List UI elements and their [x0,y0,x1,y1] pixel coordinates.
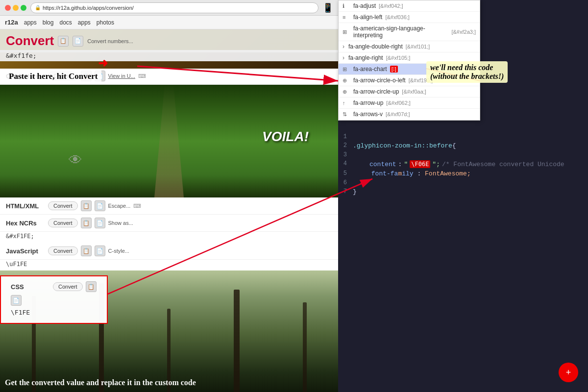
cstyle-link[interactable]: C-style... [108,248,129,254]
eye-icon: 👁 [69,152,82,168]
fa-arrow-circle-o-left-icon: ⊕ [343,77,350,84]
font-family-property-3: ily [402,170,413,177]
javascript-copy-btn[interactable]: 📋 [81,245,92,256]
css-label: CSS [11,283,50,291]
code-line-7: 7 } [338,187,588,196]
code-editor: 1 2 .glyphicon-zoom-in::before{ 3 4 cont… [338,127,588,392]
keyboard-icon-1: ⌨ [138,73,146,79]
content-close-quote: "; [432,161,440,168]
dropdown-fa-arrow-circle-up[interactable]: ⊕ fa-arrow-circle-up [&#xf0aa;] [339,86,480,98]
voila-text: VOILA! [262,129,309,145]
fa-arrow-up-icon: ↑ [343,100,350,106]
font-family-property: font-fa [371,170,398,177]
showas-link[interactable]: Show as... [108,220,133,226]
htmlxml-copy-btn[interactable]: 📋 [81,200,92,211]
dropdown-fa-arrow-up[interactable]: ↑ fa-arrow-up [&#xf062;] [339,98,480,109]
content-value: " [404,161,408,168]
nav-apps2[interactable]: apps [78,19,91,26]
code-line-5: 5 font-family : FontAwesome; [338,169,588,178]
fa-arrows-v-icon: ⇅ [343,111,350,118]
we-need-annotation: we'll need this code (without the bracke… [426,61,508,83]
dropdown-fa-angle-double-right[interactable]: › fa-angle-double-right [&#xf101;] [339,41,480,52]
fab-button[interactable]: + [559,363,578,382]
htmlxml-info-btn[interactable]: 📄 [95,200,105,211]
info-header-btn[interactable]: 📄 [73,36,83,47]
fa-area-chart-code-highlight: [] [390,66,398,73]
fa-arrows-v-name: fa-arrows-v [353,111,383,118]
css-section-highlight: CSS Convert 📋 📄 \F1FE [0,275,108,324]
nav-apps[interactable]: apps [24,19,37,26]
nav-blog[interactable]: blog [43,19,54,26]
hero-image-top: Convert 📋 📄 Convert numbers... &#xf1fe; … [0,29,338,69]
copy-header-btn[interactable]: 📋 [58,36,69,47]
javascript-section-row: JavaScript Convert 📋 📄 C-style... [0,243,338,260]
open-brace-1: { [452,142,456,149]
fa-asl-code: [&#xf2a3;] [451,29,476,35]
fa-angle-double-right-code: [&#xf101;] [406,44,430,49]
dropdown-fa-arrows-v[interactable]: ⇅ fa-arrows-v [&#xf07d;] [339,109,480,120]
hexncrs-value: &#xF1FE; [6,233,34,240]
nav-logo: r12a [5,19,18,26]
javascript-info-btn[interactable]: 📄 [95,245,105,256]
fa-align-left-code: [&#xf036;] [385,14,410,20]
hexncrs-value-row: &#xF1FE; [0,232,338,243]
view-in-u-link[interactable]: View in U... [108,73,135,79]
chevron-right-2: › [343,54,344,61]
fa-angle-right-code: [&#xf105;] [386,55,411,61]
line-num-2: 2 [338,142,353,149]
javascript-label: JavaScript [6,247,45,255]
css-selector: .glyphicon-zoom-in::before [353,142,452,149]
hexncrs-copy-btn[interactable]: 📋 [81,218,92,228]
font-family-value: FontAwesome; [425,170,471,177]
hexncrs-info-btn[interactable]: 📄 [95,218,105,228]
keyboard-icon-2: ⌨ [133,203,141,209]
code-line-6: 6 [338,178,588,187]
comment-1: /* FontAwesome converted Unicode [442,161,564,168]
htmlxml-convert-btn[interactable]: Convert [48,201,78,210]
css-convert-btn[interactable]: Convert [53,282,83,291]
javascript-value: \uF1FE [6,261,27,268]
content-property: content [369,161,396,168]
css-value: \F1FE [7,308,101,320]
dropdown-fa-asl[interactable]: ⊞ fa-american-sign-language-interpreting… [339,23,480,41]
url-text: https://r12a.github.io/apps/conversion/ [43,5,134,11]
hex-input-value[interactable]: &#xf1fe; [6,52,37,59]
mobile-icon: 📱 [322,2,333,13]
escape-link[interactable]: Escape... [108,203,131,209]
nav-photos[interactable]: photos [97,19,114,26]
minimize-window-btn[interactable] [13,5,19,11]
f06e-highlight: \F06E [410,160,430,168]
javascript-convert-btn[interactable]: Convert [48,246,78,255]
park-image: VOILA! 👁 [0,85,338,197]
close-window-btn[interactable] [5,5,11,11]
fa-arrow-circle-o-left-name: fa-arrow-circle-o-left [353,77,406,84]
code-line-3: 3 [338,150,588,159]
paste-instruction: Paste it here, hit Convert [5,69,101,84]
line-num-1: 1 [338,133,353,140]
fa-align-left-icon: ≡ [343,14,350,20]
main-title: Convert [6,33,54,49]
browser-bar: 🔒 https://r12a.github.io/apps/conversion… [0,0,338,16]
colon-1: : [398,161,402,168]
fa-arrow-circle-up-name: fa-arrow-circle-up [353,88,399,95]
code-line-2: 2 .glyphicon-zoom-in::before{ [338,141,588,150]
fa-adjust-name: fa-adjust [353,2,376,9]
dropdown-panel: ℹ fa-adjust [&#xf042;] ≡ fa-align-left [… [338,0,480,121]
hexncrs-convert-btn[interactable]: Convert [48,219,78,227]
fa-align-left-name: fa-align-left [353,14,382,21]
chevron-right-1: › [343,43,344,50]
dropdown-fa-adjust[interactable]: ℹ fa-adjust [&#xf042;] [339,0,480,12]
header-subtitle: Convert numbers... [87,38,133,44]
line-num-7: 7 [338,188,353,195]
line-num-5: 5 [338,170,353,177]
css-copy-btn[interactable]: 📋 [86,281,97,292]
fa-area-chart-icon: ⊞ [343,66,350,73]
css-info-btn[interactable]: 📄 [11,295,22,306]
line-num-3: 3 [338,151,353,158]
maximize-window-btn[interactable] [21,5,26,11]
address-bar[interactable]: 🔒 https://r12a.github.io/apps/conversion… [30,2,318,13]
nav-docs[interactable]: docs [59,19,72,26]
colon-2: : [417,170,425,177]
dropdown-fa-align-left[interactable]: ≡ fa-align-left [&#xf036;] [339,12,480,23]
fa-arrow-circle-up-code: [&#xf0aa;] [402,89,426,95]
